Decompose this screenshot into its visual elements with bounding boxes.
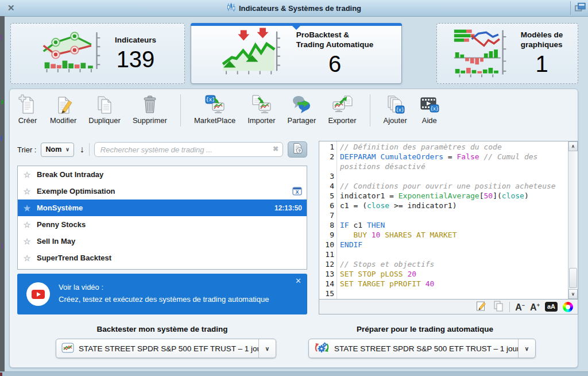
video-banner-close-icon[interactable]: ✕ <box>295 277 301 285</box>
video-help-icon: {x} <box>419 93 440 115</box>
search-help-button[interactable]: ? <box>288 141 307 158</box>
code-text: c1 = (close >= indicator1) <box>336 201 556 210</box>
tab-label: Modèles de graphiques <box>521 30 563 49</box>
tab-count: 1 <box>535 51 548 77</box>
system-name: MonSystème <box>37 204 83 212</box>
toolbar-modify-button[interactable]: Modifier <box>50 93 76 125</box>
trading-systems-list: ☆Break Out Intraday☆Exemple Optimisation… <box>17 166 307 270</box>
star-filled-icon[interactable]: ★ <box>22 204 32 213</box>
scrollbar-thumb[interactable] <box>569 268 577 288</box>
code-text: // Définition des paramètres du code <box>336 142 556 152</box>
scroll-up-button[interactable]: ∧ <box>568 141 578 151</box>
line-number: 6 <box>319 201 336 210</box>
toolbar-delete-button[interactable]: Supprimer <box>133 93 167 125</box>
list-item[interactable]: ☆Penny Stocks <box>18 216 307 233</box>
code-line: 14SET TARGET pPROFIT 40 <box>319 279 568 289</box>
toolbar-help-button[interactable]: {x}Aide <box>419 93 440 125</box>
autotrading-instrument-dropdown[interactable]: STATE STREET SPDR S&P 500 ETF TRUST – 1 … <box>308 339 536 358</box>
editor-scrollbar[interactable]: ∧ ∨ <box>568 141 578 299</box>
divider <box>89 143 90 156</box>
code-text: indicator1 = ExponentialAverage[50](clos… <box>336 191 556 201</box>
svg-text:{x}: {x} <box>430 106 438 112</box>
code-line: 11 <box>319 250 568 259</box>
code-line: 4// Conditions pour ouvrir une position … <box>319 181 568 191</box>
toolbar-import-button[interactable]: Importer <box>247 93 275 125</box>
star-outline-icon[interactable]: ☆ <box>22 237 32 246</box>
code-line: 13SET STOP pLOSS 20 <box>319 269 568 279</box>
tab-chart-templates[interactable]: Modèles de graphiques 1 <box>436 23 578 84</box>
toolbar-export-button[interactable]: Exporter <box>328 93 356 125</box>
toolbar-separator <box>370 94 370 126</box>
code-editor[interactable]: 1// Définition des paramètres du code2DE… <box>319 141 578 300</box>
code-area[interactable]: 1// Définition des paramètres du code2DE… <box>319 141 568 299</box>
font-settings-button[interactable]: aA <box>545 302 558 312</box>
search-input[interactable] <box>94 142 283 157</box>
toolbar-marketplace-button[interactable]: {x}MarketPlace <box>194 93 235 125</box>
video-banner-title: Voir la vidéo : <box>59 281 269 293</box>
increase-font-button[interactable]: A+ <box>530 301 540 312</box>
code-line: 1// Définition des paramètres du code <box>319 142 568 152</box>
toolbar-label: Dupliquer <box>88 116 121 125</box>
toolbar-label: Importer <box>247 116 275 125</box>
star-outline-icon[interactable]: ☆ <box>22 220 32 229</box>
detach-window-button[interactable] <box>570 1 587 15</box>
code-text <box>336 171 556 181</box>
duplicate-doc-icon <box>94 93 115 115</box>
toolbar-duplicate-button[interactable]: Dupliquer <box>88 93 121 125</box>
create-doc-icon <box>17 93 38 115</box>
system-name: Penny Stocks <box>37 220 86 229</box>
tab-probacktest[interactable]: ProBacktest & Trading Automatique 6 <box>191 23 402 84</box>
svg-text:?: ? <box>297 148 300 154</box>
gutter-divider <box>336 141 337 299</box>
video-banner-subtitle: Créez, testez et exécutez des systèmes d… <box>59 293 269 305</box>
decrease-font-button[interactable]: A− <box>515 301 525 312</box>
gears-icon <box>314 342 330 355</box>
toolbar-label: Aide <box>422 116 437 125</box>
edit-doc-icon <box>53 93 74 115</box>
chevron-down-icon: ∨ <box>65 147 69 152</box>
code-text: // Stops et objectifs <box>336 259 556 269</box>
list-item[interactable]: ★MonSystème12:13:50 <box>18 199 307 216</box>
list-item[interactable]: ☆SuperTrend Backtest <box>18 250 307 266</box>
sort-direction-button[interactable]: ↓ <box>80 144 84 155</box>
search-clear-icon[interactable]: ✖ <box>273 145 278 153</box>
star-outline-icon[interactable]: ☆ <box>22 187 32 196</box>
scroll-down-button[interactable]: ∨ <box>568 289 578 299</box>
toolbar-add-button[interactable]: {x}Ajouter <box>384 93 407 125</box>
document-question-icon: ? <box>292 142 304 157</box>
code-text: IF c1 THEN <box>336 220 556 230</box>
list-item[interactable]: ☆Exemple OptimisationX <box>18 183 307 199</box>
line-number: 2 <box>319 152 336 171</box>
line-number: 7 <box>319 210 336 220</box>
star-outline-icon[interactable]: ☆ <box>22 170 32 179</box>
tab-indicators[interactable]: Indicateurs 139 <box>10 23 185 84</box>
sort-by-dropdown[interactable]: Nom ∨ <box>41 143 74 157</box>
excel-icon[interactable]: X <box>292 187 302 195</box>
line-number: 1 <box>319 142 336 152</box>
edit-code-button[interactable] <box>475 300 488 314</box>
system-name: Sell In May <box>37 237 75 245</box>
sort-label: Trier : <box>17 145 36 154</box>
export-icon <box>332 93 353 115</box>
copy-code-button[interactable] <box>493 300 504 314</box>
code-text <box>336 210 556 220</box>
toolbar-share-button[interactable]: Partager <box>288 93 316 125</box>
color-wheel-button[interactable] <box>563 302 573 312</box>
editor-footer: A− A+ aA <box>319 299 578 314</box>
code-text: SET STOP pLOSS 20 <box>336 269 556 279</box>
tab-label: Indicateurs <box>115 35 156 45</box>
video-banner[interactable]: Voir la vidéo : Créez, testez et exécute… <box>17 274 307 314</box>
code-line: 2DEFPARAM CumulateOrders = False // Cumu… <box>319 152 568 171</box>
code-line: 6c1 = (close >= indicator1) <box>319 201 568 210</box>
list-item[interactable]: ☆Sell In May <box>18 233 307 250</box>
backtest-instrument-dropdown[interactable]: STATE STREET SPDR S&P 500 ETF TRUST – 1 … <box>56 339 276 358</box>
chart-templates-icon <box>452 26 512 80</box>
list-item[interactable]: ☆Break Out Intraday <box>18 166 307 183</box>
line-number: 11 <box>319 250 336 259</box>
star-outline-icon[interactable]: ☆ <box>22 254 32 263</box>
toolbar-create-button[interactable]: Créer <box>17 93 38 125</box>
code-text: ENDIF <box>336 240 556 250</box>
system-name: Exemple Optimisation <box>37 187 115 195</box>
backtest-instrument-value: STATE STREET SPDR S&P 500 ETF TRUST – 1 … <box>79 344 258 353</box>
code-text <box>336 289 556 298</box>
